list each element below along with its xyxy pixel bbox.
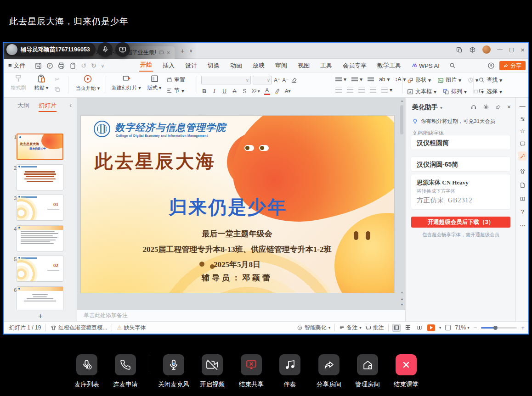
save-icon[interactable] <box>35 62 42 69</box>
previous-slide-icon[interactable]: ▴ <box>399 297 405 301</box>
menu-tab-slideshow[interactable]: 放映 <box>252 61 266 71</box>
adjust-icon[interactable] <box>518 114 527 123</box>
slide-subtitle-2[interactable]: 2025届工程管理专升本8-13班、供应链管理专升本1-2班 <box>99 244 375 255</box>
print-icon[interactable] <box>58 62 65 69</box>
tab-list-button[interactable]: ∨ <box>189 48 192 53</box>
notes-button[interactable]: 备注▾ <box>339 324 362 332</box>
arrange-button[interactable]: 排列▾ <box>443 88 467 95</box>
end-class-button[interactable] <box>396 354 417 375</box>
mute-mic-button[interactable] <box>163 354 184 375</box>
collapse-panel-icon[interactable]: ‹ <box>69 101 72 109</box>
picture-button[interactable]: 图片▾ <box>437 76 461 84</box>
line-spacing-button[interactable]: ↕A▾ <box>395 76 406 83</box>
menu-tab-teaching[interactable]: 教学工具 <box>376 61 402 71</box>
textbox-button[interactable]: A 文本框▾ <box>407 88 436 95</box>
vertical-scrollbar[interactable]: ▴ ▾ ▴ ▾ <box>399 99 405 309</box>
close-button[interactable]: × <box>521 46 525 53</box>
new-slide-button[interactable]: 新建幻灯片 ▾ <box>110 74 142 91</box>
slide-thumbnail-3[interactable]: 01 <box>17 195 63 221</box>
user-avatar[interactable] <box>482 45 491 54</box>
workspace-icon[interactable] <box>456 46 463 53</box>
format-painter-small-icon[interactable] <box>69 62 76 69</box>
slide-thumbnail-5[interactable]: 02 <box>17 256 63 282</box>
zoom-level[interactable]: 71%▾ <box>455 324 470 331</box>
menu-tab-review[interactable]: 审阅 <box>274 61 288 71</box>
font-name-select[interactable]: ∨ <box>201 76 251 84</box>
align-center-button[interactable] <box>347 88 353 93</box>
slide-subtitle-3[interactable]: 2025年5月8日 <box>99 259 375 270</box>
menu-tab-view[interactable]: 视图 <box>297 61 311 71</box>
template-page-icon[interactable] <box>518 180 527 190</box>
zoom-out-button[interactable]: − <box>474 324 477 331</box>
pin-icon[interactable] <box>495 104 501 110</box>
tab-outline[interactable]: 大纲 <box>17 101 29 110</box>
menu-tab-wps-ai[interactable]: WPS AI <box>411 61 441 70</box>
menu-tab-tools[interactable]: 工具 <box>319 61 333 71</box>
share-room-button[interactable] <box>318 354 340 375</box>
zoom-in-button[interactable]: + <box>521 324 525 331</box>
reset-button[interactable]: 重置 <box>166 76 185 84</box>
slide-title-line2[interactable]: 归来仍是少年 <box>150 195 306 220</box>
slide-sorter-view-button[interactable] <box>404 324 412 331</box>
overlay-mic-button[interactable] <box>98 42 113 57</box>
share-button[interactable]: 分享 <box>499 61 526 70</box>
menu-tab-home[interactable]: 开始 <box>139 60 153 72</box>
tab-slides[interactable]: 幻灯片 <box>39 101 57 112</box>
strikethrough-button[interactable]: A <box>232 88 238 95</box>
collaboration-icon[interactable] <box>469 46 476 53</box>
menu-tab-member[interactable]: 会员专享 <box>342 61 368 71</box>
scroll-up-icon[interactable]: ▴ <box>399 99 405 103</box>
copy-icon[interactable] <box>54 86 60 92</box>
reader-book-icon[interactable] <box>518 194 527 203</box>
favorite-star-icon[interactable]: ☆ <box>518 126 527 135</box>
restore-button[interactable]: ▢ <box>509 47 514 52</box>
align-right-button[interactable] <box>358 88 365 93</box>
slide-title-line1[interactable]: 此去星辰大海 <box>95 149 216 174</box>
reading-view-button[interactable] <box>416 324 423 331</box>
shapes-button[interactable]: 形状▾ <box>407 76 431 84</box>
menu-tab-transition[interactable]: 切换 <box>207 61 221 71</box>
search-icon[interactable] <box>449 62 456 69</box>
theme-name-item[interactable]: 红橙色渐变糖豆模... <box>51 324 107 332</box>
start-video-button[interactable] <box>202 354 223 375</box>
clear-format-icon[interactable] <box>291 77 297 84</box>
comment-chat-icon[interactable] <box>518 139 527 148</box>
close-panel-icon[interactable]: × <box>507 103 511 111</box>
scrollbar-thumb[interactable] <box>400 105 403 134</box>
slide-thumbnail-4[interactable] <box>17 225 63 251</box>
slide-subtitle-4[interactable]: 辅导员：邓颖蕾 <box>99 273 375 283</box>
format-painter-button[interactable]: 格式刷 <box>7 74 29 91</box>
decrease-indent-button[interactable] <box>368 77 374 82</box>
zoom-slider[interactable] <box>481 327 517 329</box>
menu-tab-animation[interactable]: 动画 <box>229 61 243 71</box>
stop-share-button[interactable] <box>241 354 262 375</box>
manage-room-button[interactable] <box>357 354 378 375</box>
theme-shirt-icon[interactable] <box>518 167 527 176</box>
call-request-button[interactable] <box>115 354 136 375</box>
panel-title-dropdown-icon[interactable]: ▾ <box>440 105 442 110</box>
cloud-sync-icon[interactable] <box>487 62 495 69</box>
italic-button[interactable]: I <box>211 88 217 95</box>
decrease-font-button[interactable]: A⁻ <box>282 77 289 84</box>
select-button[interactable]: 选择▾ <box>479 88 502 95</box>
slide-thumbnail-2[interactable] <box>17 164 63 190</box>
find-button[interactable]: 查找▾ <box>479 76 502 84</box>
numbered-list-button[interactable]: ▾ <box>351 76 362 83</box>
collapse-strip-icon[interactable]: — <box>518 101 527 111</box>
font-card-3[interactable]: 思源宋体 CN Heavy 将转换成下方字体 方正仿宋_GB2312 <box>411 174 510 209</box>
accompaniment-button[interactable] <box>279 354 300 375</box>
settings-gear-icon[interactable] <box>483 104 489 110</box>
section-button[interactable]: 节 ▾ <box>166 87 184 95</box>
align-left-button[interactable] <box>335 88 342 93</box>
headset-icon[interactable] <box>470 104 477 110</box>
notes-area[interactable]: 单击此处添加备注 <box>77 310 405 321</box>
text-effects-button[interactable]: A▾ <box>285 88 291 94</box>
bold-button[interactable]: B <box>201 88 207 95</box>
text-shadow-button[interactable]: S <box>242 88 248 95</box>
distribute-button[interactable]: ▾ <box>381 87 392 93</box>
underline-button[interactable]: U <box>221 88 227 95</box>
redo-button[interactable]: ↻ <box>91 62 96 69</box>
layout-button[interactable]: 版式 ▾ <box>144 74 164 91</box>
justify-button[interactable] <box>370 88 376 93</box>
doc-comment-icon[interactable] <box>158 50 164 56</box>
